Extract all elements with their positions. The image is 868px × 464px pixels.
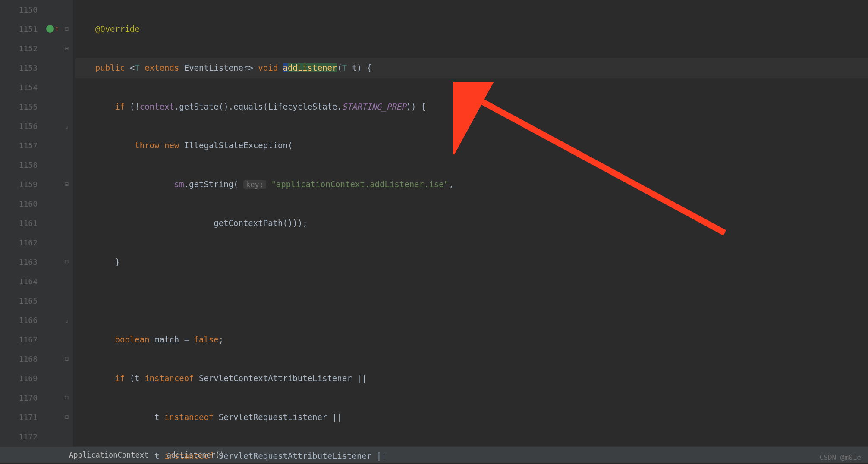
keyword: false bbox=[194, 335, 219, 344]
line-number: 1156 bbox=[0, 116, 38, 136]
fold-icon[interactable]: ⊟ bbox=[63, 25, 70, 33]
keyword: boolean bbox=[115, 335, 150, 344]
breadcrumb-separator-icon: › bbox=[155, 451, 160, 459]
code-line[interactable]: sm.getString( key: "applicationContext.a… bbox=[75, 175, 868, 194]
local-var: match bbox=[154, 335, 179, 344]
keyword: public bbox=[95, 63, 125, 72]
keyword: throw bbox=[135, 141, 159, 150]
code-line-current[interactable]: public <T extends EventListener> void ad… bbox=[75, 58, 868, 78]
line-number: 1164 bbox=[0, 272, 38, 291]
code-line[interactable]: boolean match = false; bbox=[75, 330, 868, 349]
line-number: 1166 bbox=[0, 310, 38, 330]
line-number: 1172 bbox=[0, 427, 38, 446]
caret: a bbox=[283, 63, 288, 72]
code-line[interactable]: if (t instanceof ServletContextAttribute… bbox=[75, 369, 868, 388]
string-literal: "applicationContext.addListener.ise" bbox=[271, 179, 449, 189]
constant: STARTING_PREP bbox=[342, 102, 406, 111]
keyword: instanceof bbox=[164, 412, 214, 422]
keyword: if bbox=[115, 373, 125, 383]
modified-line-icon: ↑ bbox=[55, 24, 59, 32]
override-gutter-icon[interactable] bbox=[46, 25, 54, 33]
line-number: 1158 bbox=[0, 155, 38, 175]
type: ServletContextAttributeListener || bbox=[199, 373, 367, 383]
type: ServletRequestAttributeListener || bbox=[219, 451, 387, 461]
fold-icon[interactable]: ⊟ bbox=[63, 355, 70, 363]
line-number: 1157 bbox=[0, 136, 38, 155]
line-number: 1161 bbox=[0, 213, 38, 233]
call: .getState() bbox=[174, 102, 229, 111]
code-area[interactable]: @Override public <T extends EventListene… bbox=[73, 0, 868, 446]
type: EventListener bbox=[184, 63, 248, 72]
code-line[interactable] bbox=[75, 291, 868, 310]
call: .getString( bbox=[184, 179, 239, 189]
line-number: 1170 bbox=[0, 388, 38, 408]
type: ServletRequestListener || bbox=[219, 412, 342, 422]
call: getContextPath())); bbox=[214, 218, 307, 228]
line-number: 1154 bbox=[0, 78, 38, 97]
line-number: 1152 bbox=[0, 39, 38, 58]
code-line[interactable]: throw new IllegalStateException( bbox=[75, 136, 868, 155]
keyword: instanceof bbox=[145, 373, 194, 383]
code-line[interactable]: @Override bbox=[75, 19, 868, 39]
line-number: 1168 bbox=[0, 349, 38, 369]
line-number: 1155 bbox=[0, 97, 38, 116]
code-line[interactable]: } bbox=[75, 252, 868, 272]
line-number: 1159 bbox=[0, 175, 38, 194]
line-number: 1171 bbox=[0, 408, 38, 427]
gutter-line-numbers: 1150 1151 1152 1153 1154 1155 1156 1157 … bbox=[0, 0, 45, 446]
keyword: extends bbox=[145, 63, 179, 72]
line-number: 1160 bbox=[0, 194, 38, 213]
code-line[interactable]: t instanceof ServletRequestListener || bbox=[75, 408, 868, 427]
type: IllegalStateException( bbox=[184, 141, 293, 150]
param: t bbox=[352, 63, 357, 72]
line-number: 1162 bbox=[0, 233, 38, 252]
breadcrumb-method[interactable]: addListener() bbox=[167, 451, 224, 459]
type: LifecycleState. bbox=[268, 102, 342, 111]
watermark-text: CSDN @m01e bbox=[820, 453, 861, 461]
inlay-hint: key: bbox=[243, 180, 266, 189]
field: context bbox=[140, 102, 174, 111]
type-param: T bbox=[135, 63, 139, 72]
fold-icon[interactable]: ⊟ bbox=[63, 180, 70, 188]
field: sm bbox=[174, 179, 184, 189]
call: .equals( bbox=[229, 102, 268, 111]
fold-end-icon[interactable]: ⌟ bbox=[63, 122, 70, 130]
annotation: @Override bbox=[95, 24, 140, 34]
code-line[interactable]: getContextPath())); bbox=[75, 213, 868, 233]
method-name: ddListener bbox=[288, 63, 337, 72]
fold-icon[interactable]: ⊟ bbox=[63, 258, 70, 266]
line-number: 1150 bbox=[0, 0, 38, 19]
fold-end-icon[interactable]: ⌟ bbox=[63, 316, 70, 324]
keyword: if bbox=[115, 102, 125, 111]
keyword: new bbox=[164, 141, 179, 150]
fold-icon[interactable]: ⊟ bbox=[63, 44, 70, 52]
breadcrumb-class[interactable]: ApplicationContext bbox=[69, 451, 148, 459]
line-number: 1153 bbox=[0, 58, 38, 78]
type-param: T bbox=[342, 63, 347, 72]
keyword: void bbox=[258, 63, 278, 72]
fold-icon[interactable]: ⊟ bbox=[63, 413, 70, 421]
line-number: 1151 bbox=[0, 19, 38, 39]
line-number: 1169 bbox=[0, 369, 38, 388]
gutter-markers: ↑ bbox=[45, 0, 61, 446]
gutter-folding[interactable]: ⊟ ⊟ ⌟ ⊟ ⊟ ⌟ ⊟ ⊟ ⊟ bbox=[61, 0, 73, 446]
fold-icon[interactable]: ⊟ bbox=[63, 394, 70, 401]
line-number: 1165 bbox=[0, 291, 38, 310]
code-editor[interactable]: 1150 1151 1152 1153 1154 1155 1156 1157 … bbox=[0, 0, 868, 446]
line-number: 1163 bbox=[0, 252, 38, 272]
code-line[interactable]: if (!context.getState().equals(Lifecycle… bbox=[75, 97, 868, 116]
line-number: 1167 bbox=[0, 330, 38, 349]
